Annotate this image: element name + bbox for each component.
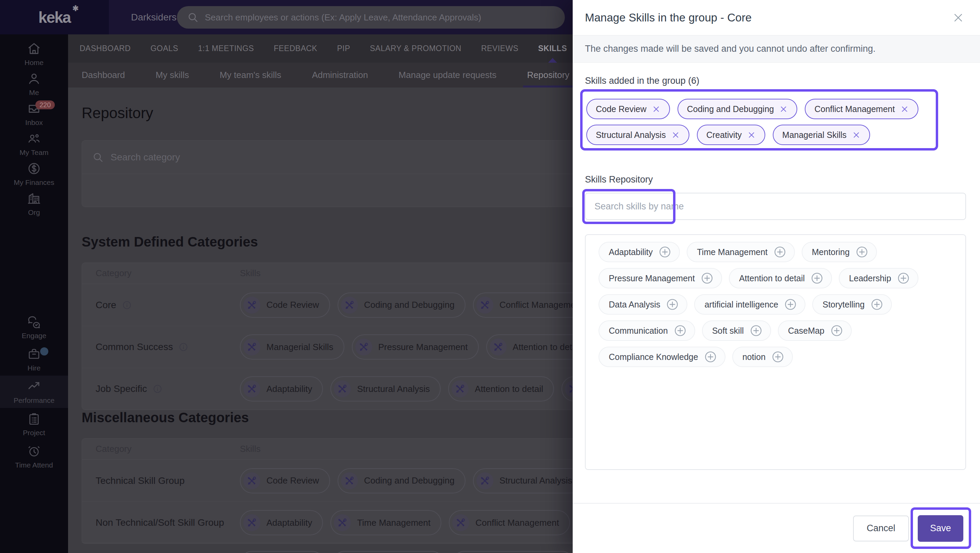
main-nav-tab-label: GOALS: [150, 44, 178, 53]
skill-chip[interactable]: Adaptability: [240, 376, 323, 402]
skill-chip[interactable]: Attention to detail: [448, 376, 554, 402]
repository-skill-chip[interactable]: CaseMap: [778, 320, 852, 341]
sidebar-item[interactable]: Project: [0, 408, 68, 440]
logo-block[interactable]: keka ✱: [0, 0, 109, 34]
repository-skill-chip[interactable]: Time Management: [687, 242, 795, 262]
repository-skill-chip[interactable]: Adaptability: [598, 242, 680, 262]
repository-skill-chip[interactable]: notion: [732, 347, 793, 367]
save-button[interactable]: Save: [918, 515, 963, 542]
main-nav-tab[interactable]: GOALS: [150, 34, 178, 63]
skill-chip[interactable]: Adaptability: [240, 510, 323, 535]
repository-skill-chip[interactable]: Storytelling: [812, 294, 892, 315]
main-nav-tab[interactable]: DASHBOARD: [80, 34, 130, 63]
main-nav-tab[interactable]: FEEDBACK: [274, 34, 317, 63]
hire-icon: [27, 347, 41, 361]
org-icon: [27, 191, 41, 206]
add-skill-icon[interactable]: [749, 324, 763, 338]
skill-chip-badge: [355, 338, 372, 355]
added-skill-chip[interactable]: Conflict Management: [805, 99, 918, 119]
main-nav-tab[interactable]: SALARY & PROMOTION: [370, 34, 461, 63]
sub-nav-tab[interactable]: My skills: [156, 63, 189, 88]
remove-skill-icon[interactable]: [852, 131, 861, 139]
main-nav-tab[interactable]: REVIEWS: [481, 34, 519, 63]
remove-skill-icon[interactable]: [747, 131, 756, 139]
repository-skill-chip[interactable]: Pressure Management: [598, 268, 722, 288]
skill-chip[interactable]: Structural Analysis: [473, 468, 583, 493]
add-skill-icon[interactable]: [666, 298, 679, 311]
added-skill-chip[interactable]: Coding and Debugging: [678, 99, 798, 119]
repository-skill-chip[interactable]: Leadership: [839, 268, 918, 288]
repository-skill-chip[interactable]: Data Analysis: [598, 294, 687, 315]
sub-nav-tab[interactable]: My team's skills: [220, 63, 281, 88]
main-nav-tab[interactable]: SKILLS: [538, 34, 567, 63]
added-skill-chip[interactable]: Structural Analysis: [586, 124, 689, 145]
sidebar-group-main: Home Me Inbox 220 My Team: [0, 39, 68, 219]
main-nav-tab[interactable]: 1:1 MEETINGS: [198, 34, 254, 63]
sidebar-item[interactable]: Hire: [0, 343, 68, 376]
sidebar-item[interactable]: Time Attend: [0, 440, 68, 473]
repository-skill-chip[interactable]: Compliance Knowledge: [598, 347, 725, 367]
skill-chip[interactable]: Time Management: [331, 510, 441, 535]
add-skill-icon[interactable]: [773, 245, 787, 259]
sidebar-item[interactable]: Engage: [0, 311, 68, 343]
repository-skill-chip[interactable]: Mentoring: [802, 242, 877, 262]
sub-nav-tab[interactable]: Administration: [312, 63, 368, 88]
add-skill-icon[interactable]: [700, 271, 714, 285]
remove-skill-icon[interactable]: [652, 105, 660, 113]
info-icon[interactable]: [178, 342, 189, 352]
add-skill-icon[interactable]: [810, 271, 824, 285]
remove-skill-icon[interactable]: [671, 131, 680, 139]
close-button[interactable]: [949, 8, 968, 27]
add-skill-icon[interactable]: [830, 324, 843, 338]
sub-nav-tab[interactable]: Dashboard: [82, 63, 125, 88]
cancel-button[interactable]: Cancel: [853, 516, 909, 542]
sub-nav-tab[interactable]: Manage update requests: [398, 63, 496, 88]
add-skill-icon[interactable]: [870, 298, 884, 311]
skills-search-input[interactable]: [585, 193, 966, 220]
info-icon[interactable]: [122, 300, 132, 310]
add-skill-icon[interactable]: [855, 245, 869, 259]
skill-chip[interactable]: Managerial Skills: [240, 335, 344, 360]
sidebar-item[interactable]: Home: [0, 39, 68, 69]
add-skill-icon[interactable]: [897, 271, 910, 285]
skill-chip-badge: [452, 380, 469, 397]
sidebar-item-label: Performance: [14, 396, 54, 405]
main-nav-tab[interactable]: PIP: [337, 34, 350, 63]
global-search[interactable]: [177, 6, 565, 29]
skill-tools-icon: [455, 384, 465, 394]
repository-skill-chip[interactable]: Attention to detail: [729, 268, 832, 288]
skill-chip[interactable]: Code Review: [240, 293, 330, 318]
global-search-input[interactable]: [205, 12, 555, 23]
sidebar-item[interactable]: Performance: [0, 376, 68, 408]
added-skills-list: Code Review Coding and Debugging Conflic…: [586, 99, 930, 145]
remove-skill-icon[interactable]: [900, 105, 909, 113]
add-skill-icon[interactable]: [673, 324, 687, 338]
remove-skill-icon[interactable]: [779, 105, 788, 113]
added-skill-label: Creativity: [706, 130, 742, 140]
skill-chip[interactable]: Code Review: [240, 468, 330, 493]
sidebar-item[interactable]: My Team: [0, 129, 68, 159]
add-skill-icon[interactable]: [771, 350, 785, 364]
added-skill-chip[interactable]: Code Review: [586, 99, 670, 119]
skill-chip[interactable]: Conflict Management: [449, 510, 570, 535]
repository-skill-chip[interactable]: artificial intelligence: [694, 294, 805, 315]
repository-skill-chip[interactable]: Communication: [598, 320, 695, 341]
added-skill-chip[interactable]: Creativity: [697, 124, 765, 145]
info-icon[interactable]: [153, 384, 163, 394]
skill-chip[interactable]: Structural Analysis: [331, 376, 441, 402]
sidebar-item[interactable]: Inbox 220: [0, 99, 68, 129]
added-skill-chip[interactable]: Managerial Skills: [773, 124, 870, 145]
add-skill-icon[interactable]: [704, 350, 717, 364]
add-skill-icon[interactable]: [658, 245, 672, 259]
skill-chip[interactable]: Coding and Debugging: [337, 468, 466, 493]
skill-chip[interactable]: Pressure Management: [352, 335, 479, 360]
sub-nav-tab[interactable]: Repository: [527, 63, 569, 88]
add-skill-icon[interactable]: [784, 298, 797, 311]
repository-skill-chip[interactable]: Soft skill: [702, 320, 771, 341]
skill-chip-badge: [243, 380, 260, 397]
skill-chip-label: Conflict Management: [476, 518, 559, 528]
sidebar-item[interactable]: Org: [0, 189, 68, 219]
sidebar-item[interactable]: My Finances: [0, 159, 68, 189]
skill-chip[interactable]: Coding and Debugging: [337, 293, 466, 318]
sidebar-item[interactable]: Me: [0, 69, 68, 99]
